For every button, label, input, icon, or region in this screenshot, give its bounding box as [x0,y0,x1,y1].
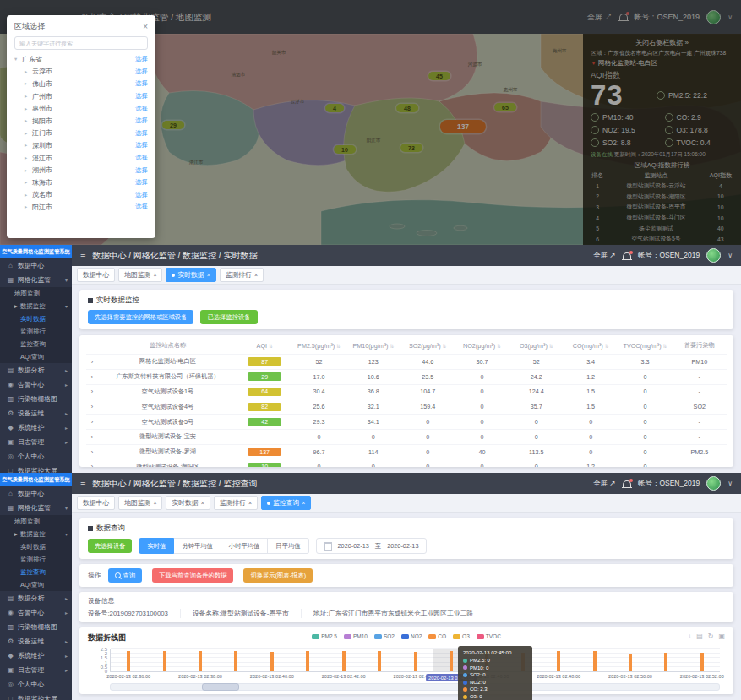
tab-数据中心[interactable]: 数据中心 [77,496,115,510]
sidebar-item-data-monitor[interactable]: ▸数据监控▾ [0,300,72,312]
tree-node-city[interactable]: ▸潮州市选择 [14,164,148,176]
bar-CO[interactable] [557,651,560,671]
row-expander-icon[interactable]: › [86,384,98,399]
sort-icon[interactable]: ⇅ [389,344,395,349]
select-region-link[interactable]: 选择 [135,191,148,199]
sidebar-item-maintain[interactable]: ◆系统维护▸ [0,648,72,663]
chevron-down-icon[interactable]: ∨ [727,252,733,259]
scrollbar-handle[interactable] [202,683,239,691]
sort-icon[interactable]: ⇅ [495,344,501,349]
sidebar-item-log[interactable]: ▣日志管理▸ [0,435,72,449]
tab-监测排行[interactable]: 监测排行× [220,268,264,282]
legend-item-TVOC[interactable]: TVOC [477,633,501,639]
table-row[interactable]: ›微型站测试设备-宝安0000000- [86,429,727,444]
select-region-link[interactable]: 选择 [135,92,148,100]
tree-node-city[interactable]: ▸阳江市选择 [14,201,148,214]
sidebar-item-实时数据[interactable]: 实时数据 [0,540,72,553]
select-region-link[interactable]: 选择 [135,166,148,175]
date-range-picker[interactable]: 2020-02-13 至 2020-02-13 [316,538,428,554]
chart-plot-area[interactable]: 00.511.522.52020-02-13 02:36:002020-02-1… [110,649,720,672]
bar-CO[interactable] [127,651,130,671]
tree-node-city[interactable]: ▸珠海市选择 [14,176,148,189]
sidebar-item-screen[interactable]: □数据监控大屏 [0,464,72,473]
sidebar-item-data-monitor[interactable]: ▸数据监控▾ [0,528,72,540]
mode-option-小时平均值[interactable]: 小时平均值 [221,538,268,554]
tab-地图监测[interactable]: 地图监测× [118,268,162,282]
close-icon[interactable]: × [201,500,204,506]
select-region-link[interactable]: 选择 [135,154,148,162]
mode-option-实时值[interactable]: 实时值 [139,538,174,554]
table-row[interactable]: ›空气站测试设备5号4229.334.100000- [86,415,727,430]
mode-option-日平均值[interactable]: 日平均值 [268,538,308,554]
tree-node-city[interactable]: ▸惠州市选择 [14,102,148,115]
legend-item-PM2.5[interactable]: PM2.5 [312,633,337,639]
notification-bell-icon[interactable] [623,252,631,259]
column-header[interactable]: CO(mg/m³) ⇅ [564,337,618,355]
sidebar-item-实时数据[interactable]: 实时数据 [0,312,72,325]
select-region-link[interactable]: 选择 [135,117,148,125]
legend-item-CO[interactable]: CO [428,633,446,639]
query-button[interactable]: 查询 [108,568,143,583]
sort-icon[interactable]: ⇅ [335,344,341,349]
region-search-input[interactable] [14,36,148,50]
sidebar-item-map-monitor[interactable]: 地图监测 [0,515,72,528]
sidebar-item-监测排行[interactable]: 监测排行 [0,553,72,566]
close-icon[interactable]: × [248,500,252,506]
sidebar-item-maintain[interactable]: ◆系统维护▸ [0,421,72,435]
column-header[interactable]: TVOC(mg/m³) ⇅ [618,337,672,355]
table-row[interactable]: ›广东斯文特科技有限公司（环保机器）2917.010.623.5024.21.2… [86,369,727,384]
bar-CO[interactable] [450,651,453,671]
bar-CO[interactable] [342,651,346,671]
legend-item-PM10[interactable]: PM10 [344,633,368,639]
download-data-button[interactable]: 下载当前查询条件的数据 [152,568,233,583]
switch-view-button[interactable]: 切换展示(图表-报表) [243,568,313,583]
tree-node-city[interactable]: ▸揭阳市选择 [14,115,148,128]
bar-CO[interactable] [414,652,417,672]
date-to[interactable]: 2020-02-13 [387,542,418,550]
sidebar-item-raster[interactable]: ▥污染物栅格图 [0,392,72,406]
legend-item-NO2[interactable]: NO2 [401,633,422,639]
bar-CO[interactable] [664,653,667,671]
close-icon[interactable]: × [302,500,305,506]
sidebar-item-home[interactable]: ⌂数据中心 [0,486,72,501]
tree-node-city[interactable]: ▸佛山市选择 [14,78,148,90]
table-row[interactable]: ›微型站测试设备-罗湖13796.7114040113.500PM2.5 [86,444,727,459]
sidebar-item-grid[interactable]: ▦网格化监管▾ [0,273,72,287]
selected-devices-button[interactable]: 已选择监控设备 [200,310,257,324]
tab-数据中心[interactable]: 数据中心 [77,268,115,282]
close-icon[interactable]: × [143,23,148,31]
sidebar-item-map-monitor[interactable]: 地图监测 [0,287,72,300]
bar-CO[interactable] [270,652,274,672]
tree-node-city[interactable]: ▸茂名市选择 [14,189,148,202]
table-row[interactable]: ›空气站测试设备1号6430.436.8104.70124.41.50- [86,384,727,399]
tree-node-city[interactable]: ▸广州市选择 [14,90,148,103]
tab-地图监测[interactable]: 地图监测× [118,496,162,510]
close-icon[interactable]: × [153,272,156,278]
close-icon[interactable]: × [207,272,210,278]
bar-CO[interactable] [234,651,237,671]
column-header[interactable]: 首要污染物 [673,337,727,355]
bar-CO[interactable] [629,654,632,671]
sidebar-item-监控查询[interactable]: 监控查询 [0,566,72,578]
sidebar-item-screen[interactable]: □数据监控大屏 [0,692,72,700]
tab-实时数据[interactable]: 实时数据× [166,496,210,510]
column-header[interactable]: 监控站点名称 [98,337,237,355]
table-row[interactable]: ›空气站测试设备4号8225.632.1159.4035.71.50SO2 [86,399,727,415]
chevron-down-icon[interactable]: ∨ [727,480,733,487]
legend-item-O3[interactable]: O3 [453,633,470,639]
sidebar-item-device[interactable]: ⚙设备运维▸ [0,634,72,648]
notification-bell-icon[interactable] [623,480,631,487]
legend-item-SO2[interactable]: SO2 [374,633,395,639]
sidebar-item-grid[interactable]: ▦网格化监管▾ [0,501,72,515]
tab-监测排行[interactable]: 监测排行× [214,496,258,510]
sidebar-item-home[interactable]: ⌂数据中心 [0,258,72,273]
column-header[interactable]: AQI ⇅ [237,337,291,355]
bar-CO[interactable] [306,651,309,671]
select-region-link[interactable]: 选择 [135,68,148,76]
row-expander-icon[interactable]: › [86,369,98,384]
sidebar-item-alert[interactable]: ◉告警中心▸ [0,605,72,620]
tree-node-city[interactable]: ▸江门市选择 [14,128,148,140]
row-expander-icon[interactable]: › [86,399,98,415]
sidebar-item-user[interactable]: ◎个人中心 [0,677,72,692]
sort-icon[interactable]: ⇅ [548,344,553,349]
